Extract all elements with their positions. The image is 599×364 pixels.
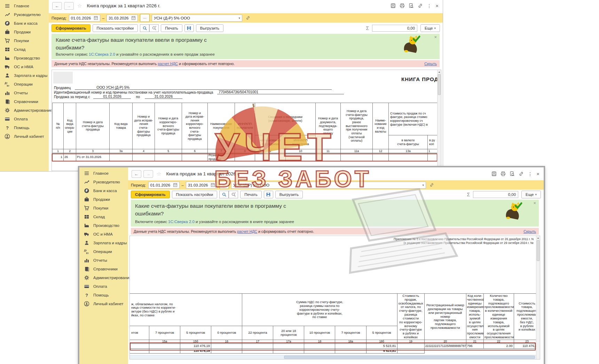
- preview-icon[interactable]: [510, 171, 515, 176]
- back-button[interactable]: ←: [132, 170, 141, 178]
- export-button[interactable]: Выгрузить: [196, 24, 223, 32]
- favorite-star-icon[interactable]: ☆: [157, 171, 161, 177]
- sidebar-item-hr[interactable]: Зарплата и кадры: [0, 71, 49, 80]
- sidebar-item-administration[interactable]: Администрирование: [0, 106, 49, 114]
- chevron-down-icon[interactable]: ▾: [238, 16, 240, 20]
- sidebar-item-hr[interactable]: Зарплата и кадры: [79, 238, 128, 247]
- scroll-up-arrow[interactable]: ▲: [536, 236, 540, 240]
- print-button[interactable]: Печать: [161, 24, 182, 32]
- sidebar-item-operations[interactable]: Операции: [0, 80, 49, 88]
- back-button[interactable]: ←: [52, 2, 62, 10]
- vat-calc-link[interactable]: расчет НДС: [237, 229, 257, 234]
- sidebar-item-main[interactable]: Главное: [79, 169, 128, 177]
- sidebar-item-sales[interactable]: Продажи: [0, 27, 49, 36]
- sidebar-item-manager[interactable]: Руководителю: [79, 177, 128, 186]
- print-icon[interactable]: [400, 3, 405, 8]
- close-icon[interactable]: ×: [435, 3, 439, 9]
- generate-button[interactable]: Сформировать: [52, 24, 90, 32]
- sidebar-item-payment[interactable]: Оплата: [0, 114, 49, 123]
- sidebar-item-purchases[interactable]: Покупки: [79, 204, 128, 212]
- search-button[interactable]: [219, 191, 229, 198]
- sidebar-item-reports[interactable]: Отчеты: [79, 256, 128, 264]
- generate-button[interactable]: Сформировать: [131, 191, 170, 198]
- forward-button[interactable]: →: [64, 2, 74, 10]
- search-button[interactable]: [140, 24, 149, 32]
- banner-close-icon[interactable]: ×: [434, 34, 437, 40]
- save-button[interactable]: [264, 191, 273, 198]
- sidebar-item-account[interactable]: Личный кабинет: [0, 132, 49, 141]
- calendar-icon[interactable]: [173, 183, 178, 187]
- sum-field[interactable]: 0,00: [473, 191, 518, 198]
- save-icon[interactable]: [391, 3, 396, 8]
- sidebar-item-warehouse[interactable]: Склад: [79, 212, 128, 221]
- sidebar-item-production[interactable]: Производство: [79, 221, 128, 230]
- save-icon[interactable]: [491, 171, 497, 176]
- vertical-scrollbar[interactable]: ▲: [437, 70, 441, 171]
- banner-close-icon[interactable]: ×: [533, 200, 536, 206]
- date-to-input[interactable]: 31.03.2026: [186, 182, 217, 189]
- show-settings-button[interactable]: Показать настройки: [172, 191, 218, 198]
- sidebar-item-payment[interactable]: Оплата: [79, 282, 128, 291]
- sidebar-item-references[interactable]: Справочники: [0, 97, 49, 106]
- hide-link[interactable]: Скрыть: [523, 229, 536, 234]
- sidebar-item-administration[interactable]: Администрирование: [79, 273, 128, 282]
- sidebar-item-main[interactable]: Главное: [0, 1, 49, 10]
- organization-select[interactable]: УСН (Д-Р) 5% ООО▾: [152, 15, 242, 22]
- organization-select[interactable]: УСН (Д-Р) 5% ООО▾: [231, 182, 426, 189]
- calendar-icon[interactable]: [211, 183, 215, 187]
- calendar-icon[interactable]: [131, 16, 136, 20]
- sidebar-item-bank[interactable]: Банк и касса: [0, 19, 49, 27]
- sidebar-item-sales[interactable]: Продажи: [79, 195, 128, 204]
- sidebar-item-operations[interactable]: Операции: [79, 247, 128, 256]
- sidebar-item-bank[interactable]: Банк и касса: [79, 186, 128, 195]
- scrollbar-thumb[interactable]: [537, 240, 539, 261]
- sum-field[interactable]: 0,00: [372, 25, 417, 32]
- period-choose-button[interactable]: ...: [140, 14, 150, 22]
- sidebar-item-production[interactable]: Производство: [0, 54, 49, 62]
- link-icon[interactable]: [519, 171, 524, 176]
- print-button[interactable]: Печать: [240, 191, 262, 198]
- vertical-scrollbar[interactable]: ▲: [536, 236, 540, 359]
- export-button[interactable]: Выгрузить: [275, 191, 303, 198]
- sidebar-item-references[interactable]: Справочники: [79, 264, 128, 273]
- sidebar-item-purchases[interactable]: Покупки: [0, 36, 49, 45]
- print-icon[interactable]: [501, 171, 506, 176]
- sidebar-item-os-nma[interactable]: ОС и НМА: [79, 230, 128, 238]
- org-link-button[interactable]: [428, 182, 435, 189]
- vat-calc-link[interactable]: расчет НДС: [158, 62, 178, 66]
- scrollbar-thumb[interactable]: [438, 74, 441, 95]
- sverka-link[interactable]: 1С:Сверка 2.0: [89, 52, 115, 56]
- more-button[interactable]: Еще▾: [420, 24, 440, 32]
- sidebar-item-reports[interactable]: Отчеты: [0, 88, 49, 97]
- sverka-link[interactable]: 1С:Сверка 2.0: [168, 220, 195, 224]
- kebab-menu-icon[interactable]: ⋮: [528, 171, 533, 177]
- more-button[interactable]: Еще▾: [521, 191, 541, 198]
- sidebar-item-os-nma[interactable]: ОС и НМА: [0, 62, 49, 71]
- scroll-up-arrow[interactable]: ▲: [438, 70, 441, 74]
- sidebar-item-account[interactable]: Личный кабинет: [79, 299, 128, 308]
- forward-button[interactable]: →: [143, 170, 153, 178]
- date-to-input[interactable]: 31.03.2026: [107, 15, 138, 22]
- chevron-down-icon[interactable]: ▾: [422, 183, 424, 187]
- sidebar-item-help[interactable]: Помощь: [79, 291, 128, 299]
- sidebar-item-manager[interactable]: Руководителю: [0, 10, 49, 19]
- date-from-input[interactable]: 01.01.2026: [148, 182, 180, 189]
- date-from-input[interactable]: 01.01.2026: [69, 15, 100, 22]
- scrollbar-thumb[interactable]: [284, 356, 535, 359]
- search-next-button[interactable]: [149, 24, 159, 32]
- org-link-button[interactable]: [244, 15, 252, 22]
- sidebar-item-warehouse[interactable]: Склад: [0, 45, 49, 54]
- show-settings-button[interactable]: Показать настройки: [93, 24, 138, 32]
- calendar-icon[interactable]: [94, 16, 98, 20]
- save-button[interactable]: [184, 24, 194, 32]
- period-choose-button[interactable]: ...: [219, 181, 229, 189]
- kebab-menu-icon[interactable]: ⋮: [427, 3, 432, 9]
- sidebar-item-help[interactable]: Помощь: [0, 123, 49, 132]
- hide-link[interactable]: Скрыть: [424, 62, 437, 66]
- search-next-button[interactable]: [229, 191, 238, 198]
- horizontal-scrollbar[interactable]: [130, 355, 536, 359]
- close-icon[interactable]: ×: [536, 171, 539, 177]
- preview-icon[interactable]: [409, 3, 414, 8]
- favorite-star-icon[interactable]: ☆: [77, 3, 82, 9]
- link-icon[interactable]: [418, 3, 423, 8]
